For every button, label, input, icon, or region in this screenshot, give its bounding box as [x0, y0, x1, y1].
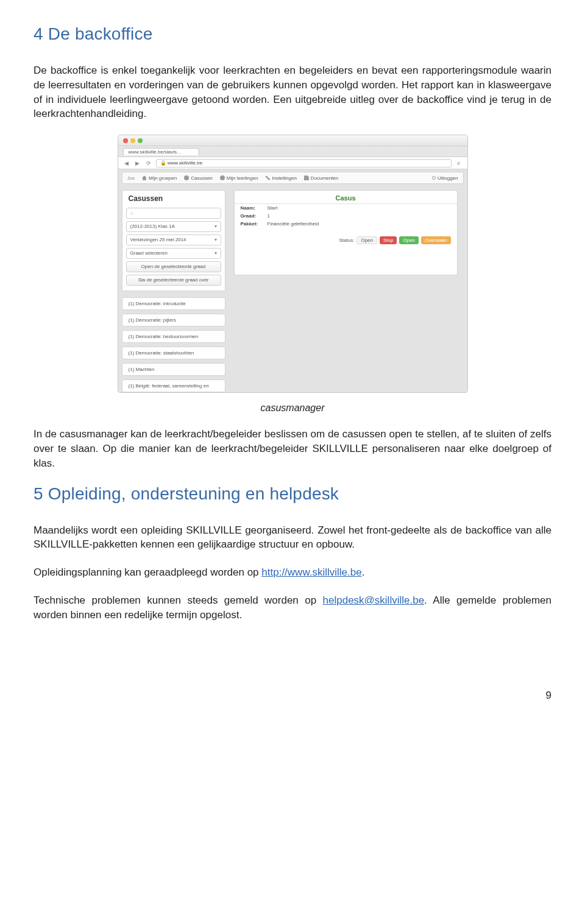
search-input[interactable] [126, 208, 221, 219]
screenshot-caption: casusmanager [34, 403, 551, 414]
address-bar[interactable]: 🔒 www.skillville.be [156, 159, 452, 168]
browser-tab-row: www.skillville.be/slavis… [118, 146, 467, 157]
back-icon[interactable]: ◀ [123, 160, 130, 167]
casussen-panel: Casussen (2012-2013) Klas 1A Verkiezinge… [122, 190, 225, 291]
close-dot-icon[interactable] [123, 138, 128, 143]
menu-documenten[interactable]: Documenten [304, 175, 338, 181]
sla-over-button[interactable]: Sla de geselecteerde graad over [126, 275, 221, 286]
menu-casussen[interactable]: Casussen [184, 175, 213, 181]
overslaan-button[interactable]: Overslaan [421, 236, 450, 244]
page-number: 9 [34, 689, 551, 702]
section-5-paragraph-2: Opleidingsplanning kan geraadpleegd word… [34, 565, 551, 580]
list-item[interactable]: (1) Democratie: pijlers [122, 314, 225, 326]
menu-label: Uitloggen [438, 175, 458, 181]
menu-uitloggen[interactable]: Uitloggen [432, 175, 458, 181]
section-4-paragraph-2: In de casusmanager kan de leerkracht/beg… [34, 427, 551, 470]
helpdesk-email-link[interactable]: helpdesk@skillville.be [323, 594, 425, 606]
casussen-panel-title: Casussen [122, 191, 225, 205]
menu-label: Instellingen [272, 175, 296, 181]
datum-select[interactable]: Verkiezingen 25 mei 2014 [126, 235, 221, 245]
menu-label: Documenten [311, 175, 338, 181]
skillville-link[interactable]: http://www.skillville.be [261, 566, 361, 578]
casus-detail-title: Casus [235, 191, 457, 204]
text-run: Technische problemen kunnen steeds gemel… [34, 594, 323, 606]
forward-icon[interactable]: ▶ [134, 160, 141, 167]
zoom-dot-icon[interactable] [138, 138, 143, 143]
casus-detail-panel: Casus Naam:Start Graad:1 Pakket:Financië… [234, 190, 458, 275]
menu-mijn-groepen[interactable]: Mijn groepen [142, 175, 177, 181]
doc-icon [304, 175, 309, 180]
app-menubar: Jos Mijn groepen Casussen Mijn leerlinge… [122, 172, 464, 184]
section-5-heading: 5 Opleiding, ondersteuning en helpdesk [34, 484, 551, 504]
section-5-paragraph-1: Maandelijks wordt een opleiding SKILLVIL… [34, 523, 551, 552]
menu-label: Mijn leerlingen [227, 175, 258, 181]
home-icon [142, 175, 147, 180]
list-item[interactable]: (1) Democratie: staatshoofden [122, 347, 225, 359]
menu-mijn-leerlingen[interactable]: Mijn leerlingen [220, 175, 258, 181]
section-4-paragraph-1: De backoffice is enkel toegankelijk voor… [34, 63, 551, 121]
section-5-paragraph-3: Technische problemen kunnen steeds gemel… [34, 593, 551, 622]
field-graad: Graad:1 [235, 212, 457, 220]
menu-label: Casussen [191, 175, 213, 181]
text-run: Opleidingsplanning kan geraadpleegd word… [34, 566, 261, 578]
list-item[interactable]: (1) Machten [122, 363, 225, 376]
open-graad-button[interactable]: Open de geselecteerde graad [126, 261, 221, 272]
field-pakket: Pakket:Financiële geletterdheid [235, 220, 457, 228]
people-icon [220, 175, 225, 180]
menu-icon[interactable]: ≡ [455, 160, 463, 167]
section-4-heading: 4 De backoffice [34, 24, 551, 44]
menu-label: Mijn groepen [149, 175, 177, 181]
text-run: . [362, 566, 365, 578]
field-naam: Naam:Start [235, 204, 457, 212]
address-bar-text: www.skillville.be [168, 160, 202, 166]
casus-list: (1) Democratie: introductie (1) Democrat… [122, 297, 225, 392]
list-item[interactable]: (1) Democratie: bestuursvormen [122, 330, 225, 343]
app-content: Jos Mijn groepen Casussen Mijn leerlinge… [118, 169, 467, 392]
reload-icon[interactable]: ⟳ [145, 160, 152, 167]
browser-tab[interactable]: www.skillville.be/slavis… [123, 148, 200, 155]
list-item[interactable]: (1) Democratie: introductie [122, 297, 225, 310]
status-row: Status: Open Stop Open Overslaan [235, 228, 457, 250]
klas-select[interactable]: (2012-2013) Klas 1A [126, 221, 221, 232]
current-user: Jos [127, 175, 135, 181]
open-button[interactable]: Open [399, 236, 419, 244]
list-item[interactable]: (1) België: federaal, samenstelling en [122, 379, 225, 392]
power-icon [432, 176, 436, 180]
embedded-screenshot: www.skillville.be/slavis… ◀ ▶ ⟳ 🔒 www.sk… [118, 135, 468, 393]
minimize-dot-icon[interactable] [130, 138, 135, 143]
window-titlebar [118, 135, 467, 146]
graad-select[interactable]: Graad selecteren [126, 248, 221, 259]
status-label: Status: [339, 238, 355, 243]
status-value: Open [356, 236, 377, 244]
wrench-icon [265, 175, 270, 180]
menu-instellingen[interactable]: Instellingen [265, 175, 296, 181]
group-icon [184, 175, 189, 180]
browser-address-row: ◀ ▶ ⟳ 🔒 www.skillville.be ≡ [118, 157, 467, 169]
stop-button[interactable]: Stop [380, 236, 397, 244]
